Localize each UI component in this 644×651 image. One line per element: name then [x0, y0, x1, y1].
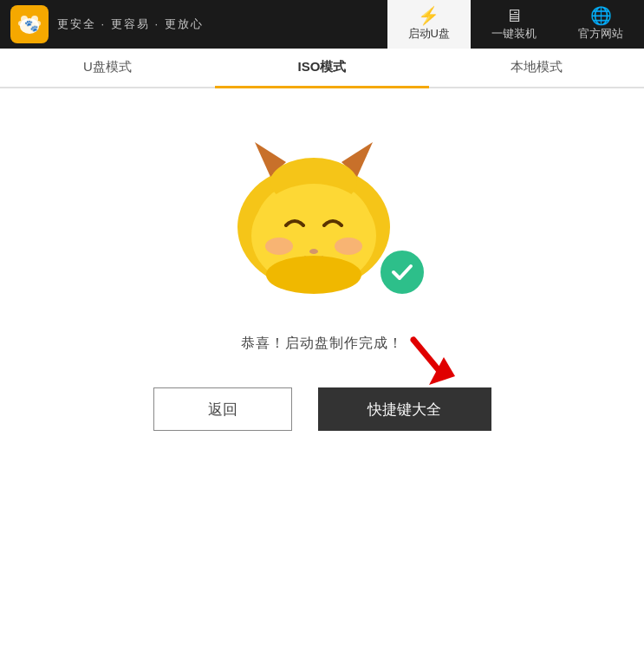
success-message: 恭喜！启动盘制作完成！ [241, 335, 403, 353]
one-click-icon: 🖥 [505, 7, 523, 24]
back-button[interactable]: 返回 [153, 387, 292, 431]
mascot-area [218, 114, 426, 314]
sub-tabs: U盘模式 ISO模式 本地模式 [0, 49, 644, 88]
red-arrow [396, 331, 465, 395]
nav-tab-boot-usb[interactable]: ⚡ 启动U盘 [387, 0, 471, 49]
header: 🐾 更安全 · 更容易 · 更放心 ⚡ 启动U盘 🖥 一键装机 🌐 官方网站 [0, 0, 644, 49]
sub-tab-iso[interactable]: ISO模式 [215, 48, 430, 88]
buttons-area: 返回 快捷键大全 [153, 387, 491, 431]
svg-text:🐾: 🐾 [24, 18, 39, 33]
nav-tab-one-click[interactable]: 🖥 一键装机 [471, 0, 557, 49]
svg-point-13 [335, 238, 362, 255]
sub-tab-local[interactable]: 本地模式 [429, 48, 644, 88]
nav-tab-official-label: 官方网站 [578, 26, 623, 42]
main-content: 恭喜！启动盘制作完成！ 返回 快捷键大全 [0, 88, 644, 651]
check-icon [389, 259, 415, 285]
svg-point-15 [266, 256, 361, 294]
nav-tab-one-click-label: 一键装机 [491, 26, 537, 42]
success-badge [378, 248, 426, 296]
svg-point-14 [309, 249, 318, 254]
boot-usb-icon: ⚡ [418, 7, 439, 24]
svg-point-3 [18, 21, 23, 26]
nav-tabs: ⚡ 启动U盘 🖥 一键装机 🌐 官方网站 [387, 0, 644, 49]
logo-area: 🐾 更安全 · 更容易 · 更放心 [0, 5, 225, 43]
nav-tab-official[interactable]: 🌐 官方网站 [557, 0, 644, 49]
nav-tab-boot-usb-label: 启动U盘 [408, 26, 450, 42]
logo-icon: 🐾 [10, 5, 49, 43]
sub-tab-usb[interactable]: U盘模式 [0, 48, 215, 88]
official-icon: 🌐 [590, 7, 612, 24]
svg-point-12 [265, 238, 293, 255]
shortcut-button[interactable]: 快捷键大全 [318, 387, 491, 431]
logo-slogan: 更安全 · 更容易 · 更放心 [57, 16, 204, 32]
